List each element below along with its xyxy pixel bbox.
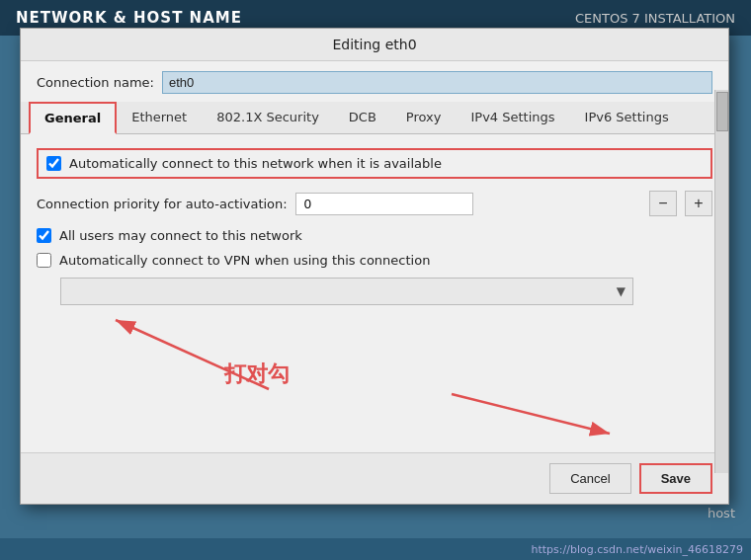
connection-name-row: Connection name: bbox=[21, 61, 728, 102]
auto-connect-checkbox[interactable] bbox=[46, 156, 61, 171]
svg-line-2 bbox=[452, 394, 610, 434]
bottom-bar: https://blog.csdn.net/weixin_46618279 bbox=[0, 538, 751, 560]
dialog: Editing eth0 Connection name: General Et… bbox=[20, 28, 729, 505]
annotation-text: 打对勾 bbox=[224, 360, 290, 389]
all-users-row: All users may connect to this network bbox=[37, 228, 712, 243]
priority-minus-button[interactable]: − bbox=[649, 191, 677, 216]
all-users-label: All users may connect to this network bbox=[59, 228, 302, 243]
dialog-footer: Cancel Save bbox=[21, 452, 728, 504]
tab-ipv6-settings[interactable]: IPv6 Settings bbox=[570, 102, 684, 134]
tab-ipv4-settings[interactable]: IPv4 Settings bbox=[456, 102, 569, 134]
tab-bar: General Ethernet 802.1X Security DCB Pro… bbox=[21, 102, 728, 134]
connection-name-input[interactable] bbox=[162, 71, 712, 94]
scrollbar[interactable] bbox=[714, 90, 728, 473]
auto-connect-label: Automatically connect to this network wh… bbox=[69, 156, 442, 171]
dialog-title: Editing eth0 bbox=[21, 29, 728, 61]
auto-connect-row: Automatically connect to this network wh… bbox=[37, 148, 712, 179]
tab-general[interactable]: General bbox=[29, 102, 117, 134]
vpn-dropdown-wrapper: ▼ bbox=[60, 278, 633, 305]
tab-ethernet[interactable]: Ethernet bbox=[117, 102, 202, 134]
vpn-connect-checkbox[interactable] bbox=[37, 253, 51, 268]
save-button[interactable]: Save bbox=[639, 463, 712, 494]
tab-content-general: Automatically connect to this network wh… bbox=[21, 134, 728, 452]
vpn-dropdown[interactable] bbox=[60, 278, 633, 305]
tab-dcb[interactable]: DCB bbox=[334, 102, 391, 134]
scrollbar-thumb[interactable] bbox=[716, 92, 728, 131]
cancel-button[interactable]: Cancel bbox=[549, 463, 630, 494]
priority-row: Connection priority for auto-activation:… bbox=[37, 191, 712, 216]
installation-label: CENTOS 7 INSTALLATION bbox=[575, 11, 735, 26]
vpn-connect-row: Automatically connect to VPN when using … bbox=[37, 253, 712, 268]
priority-label: Connection priority for auto-activation: bbox=[37, 197, 288, 211]
bg-host-label: host bbox=[708, 506, 735, 520]
vpn-connect-label: Automatically connect to VPN when using … bbox=[59, 253, 430, 268]
priority-plus-button[interactable]: + bbox=[685, 191, 712, 216]
arrows-svg bbox=[37, 310, 712, 439]
connection-name-label: Connection name: bbox=[37, 75, 154, 90]
all-users-checkbox[interactable] bbox=[37, 228, 51, 243]
annotation-area: 打对勾 bbox=[37, 310, 712, 439]
priority-input[interactable] bbox=[295, 193, 473, 215]
vpn-dropdown-row: ▼ bbox=[60, 278, 712, 305]
tab-proxy[interactable]: Proxy bbox=[391, 102, 457, 134]
bottom-bar-url: https://blog.csdn.net/weixin_46618279 bbox=[531, 543, 743, 556]
page-title: NETWORK & HOST NAME bbox=[16, 9, 242, 27]
tab-8021x-security[interactable]: 802.1X Security bbox=[202, 102, 334, 134]
